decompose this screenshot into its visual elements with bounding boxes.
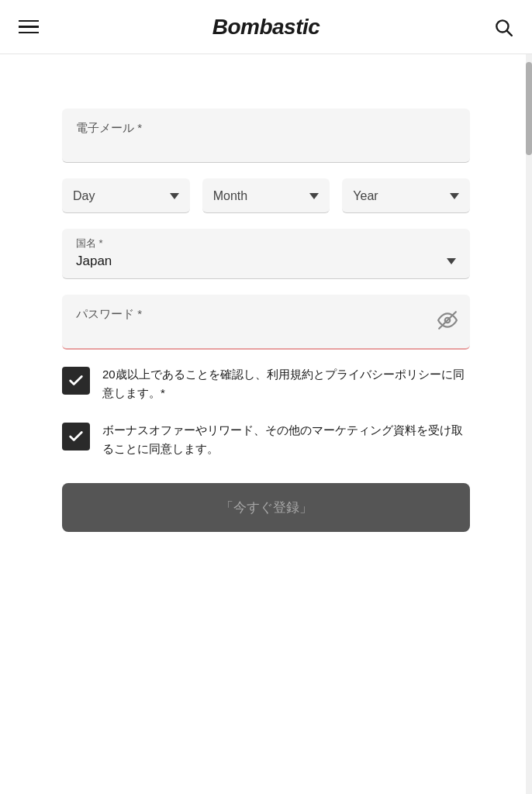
- main-content: 電子メール * Day Month Year 国名 * Japan: [0, 54, 532, 563]
- app-header: Bombastic: [0, 0, 532, 54]
- email-label: 電子メール *: [76, 121, 456, 136]
- day-label: Day: [73, 189, 95, 203]
- email-input-container: 電子メール *: [62, 109, 470, 163]
- country-value: Japan: [76, 254, 112, 269]
- password-field-group: パスワード *: [62, 295, 470, 350]
- hamburger-menu-button[interactable]: [19, 20, 39, 34]
- month-chevron-icon: [309, 193, 319, 199]
- terms-checkbox-group: 20歳以上であることを確認し、利用規約とプライバシーポリシーに同意します。*: [62, 365, 470, 402]
- password-toggle-icon[interactable]: [437, 310, 458, 333]
- terms-checkbox[interactable]: [62, 367, 90, 395]
- password-input-container: パスワード *: [62, 295, 470, 350]
- app-logo: Bombastic: [212, 15, 320, 40]
- scrollbar-thumb[interactable]: [526, 62, 532, 155]
- email-input[interactable]: [76, 139, 456, 153]
- day-chevron-icon: [170, 193, 179, 199]
- email-field-group: 電子メール *: [62, 109, 470, 163]
- country-select-container[interactable]: 国名 * Japan: [62, 229, 470, 279]
- year-label: Year: [353, 189, 378, 203]
- year-select[interactable]: Year: [342, 178, 470, 213]
- marketing-checkbox-label: ボーナスオファーやリワード、その他のマーケティング資料を受け取ることに同意します…: [102, 421, 470, 458]
- marketing-checkbox-group: ボーナスオファーやリワード、その他のマーケティング資料を受け取ることに同意します…: [62, 421, 470, 458]
- country-label: 国名 *: [76, 236, 456, 250]
- svg-line-1: [507, 30, 512, 35]
- country-row: Japan: [76, 254, 456, 269]
- year-chevron-icon: [450, 193, 459, 199]
- password-label: パスワード *: [76, 307, 456, 322]
- date-of-birth-row: Day Month Year: [62, 178, 470, 213]
- marketing-checkbox[interactable]: [62, 423, 90, 451]
- day-select[interactable]: Day: [62, 178, 190, 213]
- country-chevron-icon: [447, 258, 456, 264]
- terms-checkbox-label: 20歳以上であることを確認し、利用規約とプライバシーポリシーに同意します。*: [102, 365, 470, 402]
- search-button[interactable]: [493, 17, 513, 37]
- country-field-group: 国名 * Japan: [62, 229, 470, 279]
- month-select[interactable]: Month: [202, 178, 330, 213]
- password-input[interactable]: [76, 325, 456, 339]
- month-label: Month: [213, 189, 247, 203]
- scrollbar-track[interactable]: [526, 54, 532, 794]
- register-button[interactable]: 「今すぐ登録」: [62, 483, 470, 532]
